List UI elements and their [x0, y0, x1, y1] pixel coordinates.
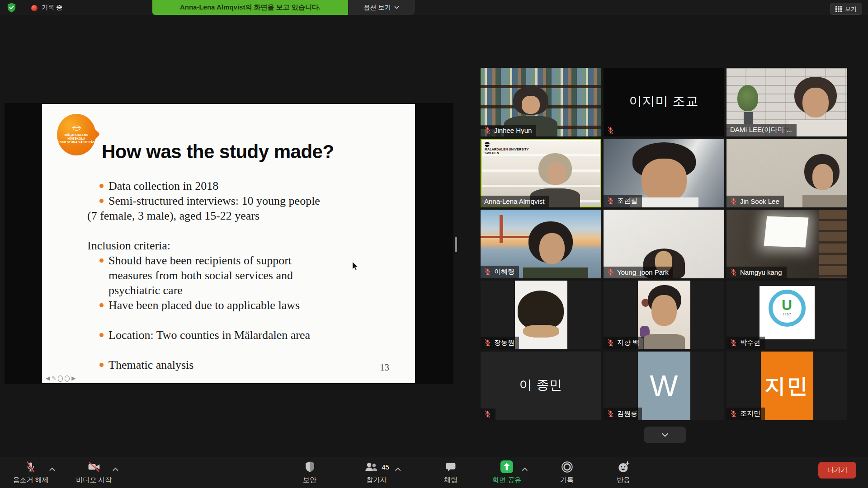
chevron-up-icon[interactable]	[49, 465, 55, 473]
participant-gallery: Jinhee Hyun이지미 조교DAMI LEE(이다미 ...MÄLARDA…	[481, 68, 847, 420]
chevron-up-icon[interactable]	[522, 465, 528, 473]
shared-screen-area: MÄLARDALENS HÖGSKOLA ESKILSTUNA VÄSTERÅS…	[5, 103, 453, 384]
participant-tile[interactable]: 이 종민	[481, 352, 601, 420]
shield-icon	[305, 461, 315, 473]
chevron-down-icon	[661, 433, 669, 437]
association-emblem-icon: U1967	[769, 290, 806, 327]
security-shield-icon	[7, 2, 16, 15]
participant-name: 조지민	[740, 409, 760, 418]
participant-badge: Anna-Lena Almqvist	[481, 196, 549, 207]
muted-mic-icon	[607, 339, 614, 347]
muted-mic-icon	[607, 197, 614, 205]
video-scene-shape	[651, 295, 677, 326]
muted-mic-icon	[607, 127, 614, 134]
muted-mic-icon	[730, 268, 737, 276]
participant-badge: Jin Sook Lee	[726, 196, 784, 207]
participant-name: Anna-Lena Almqvist	[484, 197, 544, 205]
toolbar-share-screen-button[interactable]: 화면 공유	[492, 460, 521, 484]
participant-tile[interactable]: 이지미 조교	[604, 68, 724, 136]
participant-tile[interactable]: DAMI LEE(이다미 ...	[726, 68, 847, 136]
participant-tile[interactable]: Jinhee Hyun	[481, 68, 601, 136]
view-button-label: 보기	[845, 5, 857, 13]
avatar-text: W	[638, 369, 690, 403]
slide-line: Have been placed due to applicable laws	[42, 298, 325, 313]
chevron-up-icon[interactable]	[112, 465, 118, 473]
bullet-dot	[99, 333, 104, 337]
participant-tile[interactable]: 지민조지민	[726, 352, 847, 420]
participant-badge: 지향 백	[604, 337, 644, 349]
chevron-up-icon[interactable]	[395, 465, 401, 473]
toolbar-unmute-button[interactable]: 음소거 해제	[13, 460, 48, 484]
video-scene-shape	[819, 210, 847, 278]
slide-line-text: Inclusion criteria:	[87, 239, 170, 252]
participant-tile[interactable]: Namgyu kang	[726, 210, 847, 278]
emblem-letter: U	[773, 297, 802, 313]
mic-off-icon	[25, 461, 36, 473]
participant-name: Jinhee Hyun	[494, 127, 532, 134]
toolbar-chat-button[interactable]: 채팅	[444, 460, 458, 484]
top-bar: 기록 중 Anna-Lena Almqvist의 화면을 보고 있습니다. 옵션…	[0, 0, 868, 15]
participant-badge: 조지민	[726, 408, 765, 420]
video-scene-shape	[744, 112, 753, 124]
participant-tile[interactable]: W김원룡	[604, 352, 724, 420]
viewing-screen-banner-text: Anna-Lena Almqvist의 화면을 보고 있습니다.	[180, 3, 321, 12]
video-scene-shape	[518, 291, 564, 329]
presenter-menu-icon[interactable]	[65, 375, 70, 382]
slide-line-text: Semi-structured interviews: 10 young peo…	[108, 194, 320, 207]
recording-label: 기록 중	[42, 4, 62, 12]
pen-annotate-icon[interactable]: ✎	[52, 375, 56, 381]
previous-slide-icon[interactable]: ◀	[46, 375, 50, 381]
view-button[interactable]: 보기	[830, 3, 862, 15]
gallery-grid-icon	[835, 6, 842, 12]
toolbar-participants-button[interactable]: 45참가자	[364, 460, 389, 484]
participant-tile[interactable]: 장동원	[481, 281, 601, 349]
participant-badge: DAMI LEE(이다미 ...	[726, 124, 797, 136]
logo-text-line1: MÄLARDALENS HÖGSKOLA	[57, 133, 96, 141]
presenter-toolbar: ◀ ✎ ▶	[46, 375, 76, 381]
view-options-button[interactable]: 옵션 보기	[348, 0, 415, 15]
toolbar-button-label: 음소거 해제	[13, 476, 48, 484]
participant-tile[interactable]: 이혜령	[481, 210, 601, 278]
participant-name: Young_joon Park	[617, 268, 669, 276]
toolbar-button-label: 비디오 시작	[76, 476, 112, 484]
leave-meeting-button[interactable]: 나가기	[818, 462, 856, 479]
video-scene-shape	[764, 216, 809, 247]
participant-name: Jin Sook Lee	[740, 197, 779, 205]
toolbar-record-button[interactable]: 기록	[560, 460, 574, 484]
watermark-line1: MÄLARDALEN UNIVERSITY	[485, 148, 529, 151]
video-scene-shape	[523, 267, 588, 278]
slide-line-text: Data collection in 2018	[108, 179, 218, 192]
slide-line: Inclusion criteria:	[42, 238, 325, 253]
participant-display-name: 이 종민	[481, 376, 601, 394]
toolbar-start-video-button[interactable]: 비디오 시작	[76, 460, 112, 484]
toolbar-security-button[interactable]: 보안	[303, 460, 316, 484]
muted-mic-icon	[484, 127, 491, 134]
meeting-toolbar: 나가기 음소거 해제비디오 시작보안45참가자채팅화면 공유기록반응	[0, 457, 868, 488]
presenter-tool-icon[interactable]	[58, 375, 63, 382]
participant-tile[interactable]: 지향 백	[604, 281, 724, 349]
participant-tile[interactable]: U1967박수현	[726, 281, 847, 349]
bullet-dot	[99, 199, 104, 203]
participant-tile[interactable]: 조현철	[604, 139, 724, 207]
university-emblem-icon	[485, 142, 490, 147]
video-scene-shape	[522, 96, 540, 114]
recording-indicator-icon	[31, 5, 38, 11]
participant-name: 조현철	[617, 197, 637, 205]
participant-tile[interactable]: Young_joon Park	[604, 210, 724, 278]
muted-mic-icon	[484, 268, 491, 276]
participant-tile[interactable]: MÄLARDALEN UNIVERSITYSWEDENAnna-Lena Alm…	[481, 139, 601, 207]
participant-badge	[604, 125, 618, 136]
slide-line-text: Have been placed due to applicable laws	[108, 299, 300, 312]
next-slide-icon[interactable]: ▶	[71, 375, 75, 381]
mouse-cursor	[352, 261, 359, 272]
emblem-year: 1967	[773, 313, 802, 316]
more-participants-button[interactable]	[644, 427, 686, 443]
participant-name: 김원룡	[617, 409, 637, 418]
participant-display-name: 이지미 조교	[604, 93, 724, 110]
participant-name: 박수현	[740, 338, 760, 347]
participant-tile[interactable]: Jin Sook Lee	[726, 139, 847, 207]
video-scene-shape	[643, 334, 685, 349]
share-screen-icon	[500, 460, 514, 474]
panel-resize-handle[interactable]	[455, 237, 457, 252]
toolbar-reactions-button[interactable]: 반응	[617, 460, 630, 484]
